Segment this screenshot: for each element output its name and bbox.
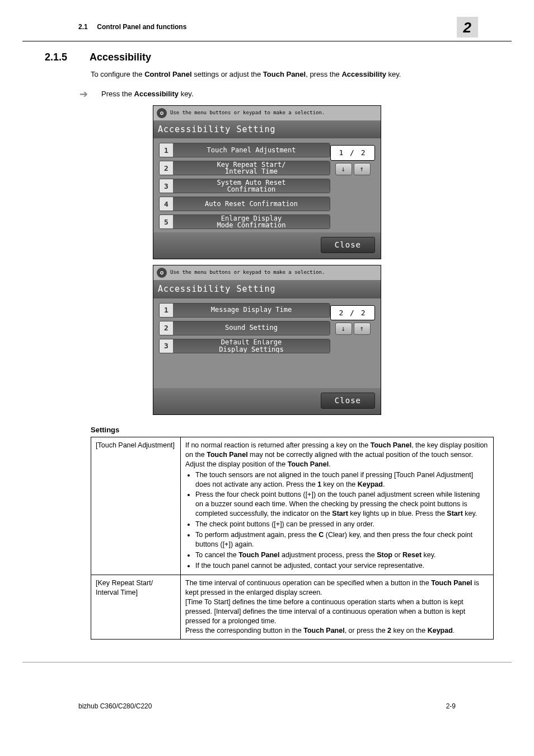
touch-panel-screenshot-1: ✪ Use the menu buttons or keypad to make… [153, 105, 381, 259]
header-left: 2.1 Control Panel and functions [78, 22, 186, 31]
pager: 2 / 2 ↓ ↑ [330, 303, 375, 388]
settings-table: [Touch Panel Adjustment]If no normal rea… [91, 437, 494, 640]
menu-item-number: 1 [160, 143, 173, 157]
menu-item-label: Key Repeat Start/Interval Time [173, 161, 330, 175]
menu-item-number: 1 [160, 304, 173, 317]
footer-model: bizhub C360/C280/C220 [78, 702, 152, 711]
menu-item[interactable]: 2Key Repeat Start/Interval Time [159, 161, 330, 175]
setting-description: If no normal reaction is returned after … [181, 437, 494, 575]
page-indicator: 2 / 2 [330, 305, 375, 321]
pager: 1 / 2 ↓ ↑ [330, 143, 375, 232]
arrow-icon: ➔ [79, 87, 88, 101]
panel-title: Accessibility Setting [153, 120, 381, 138]
menu-item[interactable]: 1Touch Panel Adjustment [159, 143, 330, 157]
step-text: Press the Accessibility key. [101, 89, 194, 99]
menu-item-number: 4 [160, 197, 173, 211]
setting-name: [Touch Panel Adjustment] [91, 437, 181, 575]
hint-row: ✪ Use the menu buttons or keypad to make… [153, 265, 381, 280]
menu-item-number: 2 [160, 321, 173, 335]
menu-item-number: 5 [160, 215, 173, 228]
panel-title: Accessibility Setting [153, 280, 381, 298]
list-item: If the touch panel cannot be adjusted, c… [195, 561, 489, 571]
menu-item-label: Touch Panel Adjustment [173, 143, 330, 157]
menu-items: 1Message Display Time2Sound Setting3Defa… [159, 303, 330, 388]
hint-text: Use the menu buttons or keypad to make a… [170, 110, 325, 116]
menu-item[interactable]: 1Message Display Time [159, 303, 330, 318]
footer-page: 2-9 [446, 702, 456, 711]
intro-paragraph: To configure the Control Panel settings … [91, 69, 478, 80]
menu-item[interactable]: 4Auto Reset Confirmation [159, 197, 330, 211]
menu-item-number: 3 [160, 339, 173, 353]
close-button[interactable]: Close [321, 237, 375, 253]
page-indicator: 1 / 2 [330, 145, 375, 161]
menu-item-label: Sound Setting [173, 321, 330, 335]
hint-row: ✪ Use the menu buttons or keypad to make… [153, 106, 381, 120]
menu-item-label: Auto Reset Confirmation [173, 197, 330, 211]
step-row: ➔ Press the Accessibility key. [79, 87, 478, 101]
list-item: The touch sensors are not aligned in the… [195, 470, 489, 489]
chapter-badge: 2 [457, 17, 478, 38]
menu-item[interactable]: 5Enlarge DisplayMode Confirmation [159, 214, 330, 229]
table-row: [Touch Panel Adjustment]If no normal rea… [91, 437, 494, 575]
touch-panel-screenshot-2: ✪ Use the menu buttons or keypad to make… [153, 265, 381, 414]
page-up-button[interactable]: ↑ [354, 323, 371, 335]
setting-description: The time interval of continuous operatio… [181, 575, 494, 639]
section-heading: 2.1.5 Accessibility [56, 50, 478, 64]
table-row: [Key Repeat Start/ Interval Time]The tim… [91, 575, 494, 639]
page-down-button[interactable]: ↓ [335, 163, 352, 175]
menu-item-label: Message Display Time [173, 304, 330, 317]
hint-text: Use the menu buttons or keypad to make a… [170, 270, 325, 276]
menu-item[interactable]: 3Default EnlargeDisplay Settings [159, 339, 330, 353]
list-item: To perform adjustment again, press the C… [195, 530, 489, 549]
menu-item-number: 3 [160, 179, 173, 193]
running-header: 2.1 Control Panel and functions 2 [22, 17, 512, 41]
list-item: To cancel the Touch Panel adjustment pro… [195, 550, 489, 560]
hint-icon: ✪ [157, 268, 167, 278]
section-title: Accessibility [90, 50, 151, 64]
header-section-ref: 2.1 [78, 23, 88, 31]
menu-item-label: Default EnlargeDisplay Settings [173, 339, 330, 353]
section-number: 2.1.5 [45, 50, 90, 64]
page-up-button[interactable]: ↑ [354, 163, 371, 175]
header-section-title: Control Panel and functions [97, 23, 186, 31]
menu-item[interactable]: 3System Auto ResetConfirmation [159, 179, 330, 193]
menu-item-label: System Auto ResetConfirmation [173, 179, 330, 193]
list-item: The check point buttons ([+]) can be pre… [195, 520, 489, 529]
list-item: Press the four check point buttons ([+])… [195, 490, 489, 519]
setting-name: [Key Repeat Start/ Interval Time] [91, 575, 181, 639]
page-down-button[interactable]: ↓ [335, 323, 352, 335]
menu-item[interactable]: 2Sound Setting [159, 321, 330, 335]
close-button[interactable]: Close [321, 393, 375, 409]
hint-icon: ✪ [157, 108, 167, 118]
settings-heading: Settings [91, 425, 478, 435]
menu-items: 1Touch Panel Adjustment2Key Repeat Start… [159, 143, 330, 232]
page-footer: bizhub C360/C280/C220 2-9 [22, 662, 512, 722]
menu-item-label: Enlarge DisplayMode Confirmation [173, 215, 330, 228]
menu-item-number: 2 [160, 161, 173, 175]
